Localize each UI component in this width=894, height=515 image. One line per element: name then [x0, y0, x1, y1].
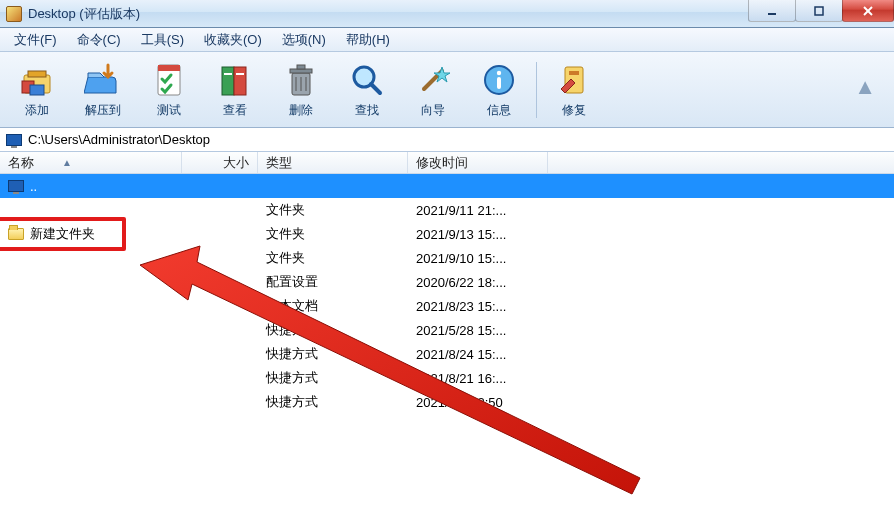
toolbar-test-label: 测试	[157, 102, 181, 119]
monitor-icon	[8, 180, 24, 192]
toolbar-test[interactable]: 测试	[136, 55, 202, 125]
svg-rect-28	[569, 71, 579, 75]
cell-type: 快捷方式	[258, 369, 408, 387]
svg-rect-11	[234, 67, 246, 95]
menu-favorites[interactable]: 收藏夹(O)	[194, 28, 272, 52]
file-row[interactable]: 文件夹2021/9/10 15:...	[0, 246, 894, 270]
toolbar-extract-label: 解压到	[85, 102, 121, 119]
column-name[interactable]: 名称 ▲	[0, 152, 182, 173]
file-name: 新建文件夹	[30, 225, 95, 243]
toolbar-view[interactable]: 查看	[202, 55, 268, 125]
toolbar-delete[interactable]: 删除	[268, 55, 334, 125]
file-row[interactable]: 配置设置2020/6/22 18:...	[0, 270, 894, 294]
file-row[interactable]: 快捷方式2021/8/6 13:50	[0, 390, 894, 414]
toolbar-find[interactable]: 查找	[334, 55, 400, 125]
file-name: ..	[30, 179, 37, 194]
toolbar-wizard-label: 向导	[421, 102, 445, 119]
menu-help[interactable]: 帮助(H)	[336, 28, 400, 52]
repair-icon	[554, 60, 594, 100]
toolbar-extract[interactable]: 解压到	[70, 55, 136, 125]
menu-file[interactable]: 文件(F)	[4, 28, 67, 52]
minimize-icon	[766, 5, 778, 17]
cell-date: 2021/8/24 15:...	[408, 347, 548, 362]
svg-rect-0	[768, 13, 776, 15]
toolbar-add[interactable]: 添加	[4, 55, 70, 125]
file-row[interactable]: 快捷方式2021/5/28 15:...	[0, 318, 894, 342]
up-arrow-icon[interactable]: ▲	[854, 74, 876, 100]
file-row[interactable]: 快捷方式2021/8/24 15:...	[0, 342, 894, 366]
folder-icon	[8, 228, 24, 240]
svg-rect-16	[297, 65, 305, 69]
column-size[interactable]: 大小	[182, 152, 258, 173]
cell-date: 2021/9/13 15:...	[408, 227, 548, 242]
wizard-icon	[413, 60, 453, 100]
titlebar: Desktop (评估版本)	[0, 0, 894, 28]
window-title: Desktop (评估版本)	[28, 5, 140, 23]
svg-line-21	[371, 84, 380, 93]
svg-rect-1	[815, 7, 823, 15]
menu-command[interactable]: 命令(C)	[67, 28, 131, 52]
column-date-label: 修改时间	[416, 154, 468, 172]
cell-date: 2021/5/28 15:...	[408, 323, 548, 338]
cell-type: 文件夹	[258, 249, 408, 267]
toolbar-repair[interactable]: 修复	[541, 55, 607, 125]
column-name-label: 名称	[8, 154, 34, 172]
column-size-label: 大小	[223, 154, 249, 172]
cell-name: 新建文件夹	[0, 225, 182, 243]
menu-tools[interactable]: 工具(S)	[131, 28, 194, 52]
close-icon	[862, 5, 874, 17]
toolbar-add-label: 添加	[25, 102, 49, 119]
sort-indicator-icon: ▲	[62, 157, 72, 168]
toolbar-wizard[interactable]: 向导	[400, 55, 466, 125]
cell-type: 快捷方式	[258, 393, 408, 411]
extract-icon	[83, 60, 123, 100]
svg-rect-26	[497, 77, 501, 89]
view-icon	[215, 60, 255, 100]
menu-options[interactable]: 选项(N)	[272, 28, 336, 52]
svg-rect-13	[236, 73, 244, 75]
find-icon	[347, 60, 387, 100]
svg-rect-10	[222, 67, 234, 95]
maximize-button[interactable]	[795, 0, 843, 22]
file-row[interactable]: 快捷方式2021/8/21 16:...	[0, 366, 894, 390]
toolbar-delete-label: 删除	[289, 102, 313, 119]
file-list[interactable]: ..文件夹2021/9/11 21:...新建文件夹文件夹2021/9/13 1…	[0, 174, 894, 515]
column-type[interactable]: 类型	[258, 152, 408, 173]
address-bar[interactable]: C:\Users\Administrator\Desktop	[0, 128, 894, 152]
toolbar-find-label: 查找	[355, 102, 379, 119]
toolbar: 添加 解压到 测试 查看 删除 查找 向导	[0, 52, 894, 128]
toolbar-info[interactable]: 信息	[466, 55, 532, 125]
cell-date: 2021/9/10 15:...	[408, 251, 548, 266]
cell-type: 快捷方式	[258, 321, 408, 339]
cell-type: 文本文档	[258, 297, 408, 315]
close-button[interactable]	[842, 0, 894, 22]
toolbar-view-label: 查看	[223, 102, 247, 119]
address-path: C:\Users\Administrator\Desktop	[28, 132, 210, 147]
window-buttons	[749, 0, 894, 22]
delete-icon	[281, 60, 321, 100]
drive-icon	[6, 134, 22, 146]
svg-rect-9	[158, 65, 180, 71]
menubar: 文件(F) 命令(C) 工具(S) 收藏夹(O) 选项(N) 帮助(H)	[0, 28, 894, 52]
column-header: 名称 ▲ 大小 类型 修改时间	[0, 152, 894, 174]
cell-name: ..	[0, 179, 182, 194]
cell-type: 文件夹	[258, 201, 408, 219]
file-row[interactable]: 文本文档2021/8/23 15:...	[0, 294, 894, 318]
column-date[interactable]: 修改时间	[408, 152, 548, 173]
column-type-label: 类型	[266, 154, 292, 172]
info-icon	[479, 60, 519, 100]
cell-date: 2021/8/23 15:...	[408, 299, 548, 314]
cell-type: 文件夹	[258, 225, 408, 243]
add-icon	[17, 60, 57, 100]
cell-date: 2021/8/21 16:...	[408, 371, 548, 386]
test-icon	[149, 60, 189, 100]
maximize-icon	[813, 5, 825, 17]
svg-point-25	[497, 71, 501, 75]
file-row[interactable]: 文件夹2021/9/11 21:...	[0, 198, 894, 222]
file-row[interactable]: ..	[0, 174, 894, 198]
svg-marker-23	[434, 67, 450, 82]
minimize-button[interactable]	[748, 0, 796, 22]
cell-date: 2021/9/11 21:...	[408, 203, 548, 218]
svg-rect-7	[30, 85, 44, 95]
file-row[interactable]: 新建文件夹文件夹2021/9/13 15:...	[0, 222, 894, 246]
